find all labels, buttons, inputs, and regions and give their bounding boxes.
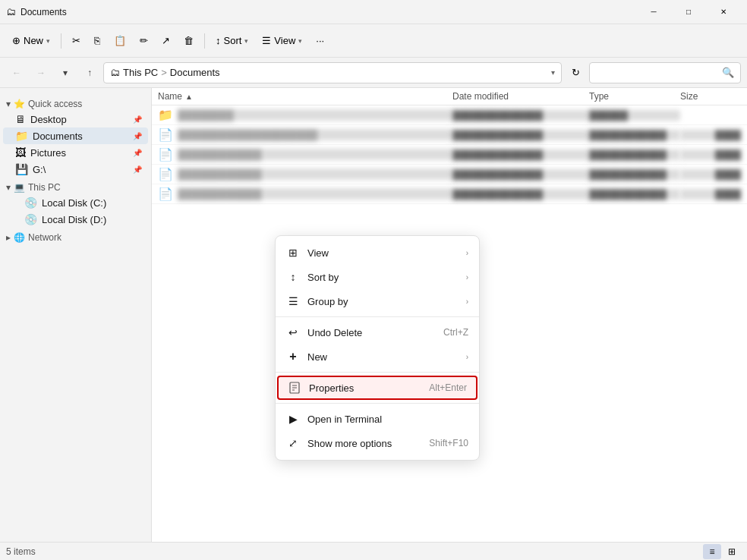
context-menu-item-new[interactable]: + New › bbox=[276, 344, 479, 369]
sidebar-item-local-d[interactable]: 💿 Local Disk (D:) bbox=[3, 211, 148, 228]
file-type-1: ██████ bbox=[589, 110, 680, 121]
paste-icon: 📋 bbox=[114, 35, 126, 46]
file-date-3: ██████████████ bbox=[452, 149, 589, 160]
column-name[interactable]: Name ▲ bbox=[158, 91, 452, 102]
sort-by-arrow: › bbox=[466, 273, 468, 282]
forward-button[interactable]: → bbox=[30, 62, 52, 83]
file-date-1: ██████████████ bbox=[452, 110, 589, 121]
rename-icon: ✏ bbox=[140, 35, 148, 46]
local-c-icon: 💿 bbox=[24, 197, 37, 209]
share-icon: ↗ bbox=[162, 35, 170, 46]
close-button[interactable]: ✕ bbox=[706, 0, 741, 24]
table-row[interactable]: 📁 ████████ ██████████████ ██████ bbox=[152, 105, 747, 125]
rename-button[interactable]: ✏ bbox=[134, 29, 154, 53]
context-menu-item-open-terminal[interactable]: ▶ Open in Terminal bbox=[276, 407, 479, 431]
toolbar-separator-2 bbox=[204, 33, 205, 49]
address-path-icon: 🗂 bbox=[110, 67, 120, 78]
properties-icon bbox=[288, 381, 301, 395]
paste-button[interactable]: 📋 bbox=[108, 29, 132, 53]
pictures-icon: 🖼 bbox=[15, 146, 26, 159]
sort-by-label: Sort by bbox=[307, 272, 459, 283]
sort-by-icon: ↕ bbox=[286, 270, 300, 284]
sidebar-item-pictures[interactable]: 🖼 Pictures 📌 bbox=[3, 144, 148, 161]
recent-button[interactable]: ▾ bbox=[55, 62, 76, 83]
sidebar-item-desktop[interactable]: 🖥 Desktop 📌 bbox=[3, 111, 148, 127]
status-bar: 5 items ≡ ⊞ bbox=[0, 542, 747, 560]
file-name-2: ████████████████████ bbox=[178, 129, 452, 140]
search-box[interactable]: 🔍 bbox=[589, 62, 741, 83]
desktop-icon: 🖥 bbox=[15, 113, 26, 125]
sidebar-item-label-desktop: Desktop bbox=[30, 114, 128, 125]
chevron-icon-2: ▾ bbox=[6, 182, 11, 193]
new-ctx-label: New bbox=[307, 351, 459, 363]
table-row[interactable]: 📄 ████████████████████ ██████████████ ██… bbox=[152, 125, 747, 145]
pin-icon-2: 📌 bbox=[133, 132, 142, 140]
delete-icon: 🗑 bbox=[184, 35, 194, 46]
group-by-arrow: › bbox=[466, 297, 468, 306]
table-row[interactable]: 📄 ████████████ ██████████████ ██████████… bbox=[152, 165, 747, 184]
local-d-icon: 💿 bbox=[24, 213, 37, 225]
view-ctx-icon: ⊞ bbox=[286, 246, 300, 260]
cut-icon: ✂ bbox=[72, 35, 80, 46]
sidebar-item-label-pictures: Pictures bbox=[30, 147, 128, 159]
copy-icon: ⎘ bbox=[94, 35, 100, 46]
file-date-5: ██████████████ bbox=[452, 189, 589, 200]
column-size[interactable]: Size bbox=[680, 91, 741, 102]
this-pc-header[interactable]: ▾ 💻 This PC bbox=[0, 178, 151, 194]
sidebar-item-label-documents: Documents bbox=[33, 131, 128, 142]
column-type[interactable]: Type bbox=[589, 91, 680, 102]
share-button[interactable]: ↗ bbox=[156, 29, 176, 53]
context-menu-item-show-more[interactable]: ⤢ Show more options Shift+F10 bbox=[276, 431, 479, 455]
chevron-icon-3: ▸ bbox=[6, 232, 11, 243]
more-button[interactable]: ··· bbox=[310, 29, 330, 53]
minimize-button[interactable]: ─ bbox=[636, 0, 671, 24]
terminal-icon: ▶ bbox=[286, 412, 300, 426]
address-path: This PC > Documents bbox=[123, 67, 220, 78]
toolbar-separator-1 bbox=[61, 33, 61, 49]
context-menu-item-undo-delete[interactable]: ↩ Undo Delete Ctrl+Z bbox=[276, 320, 479, 344]
show-more-label: Show more options bbox=[307, 438, 421, 449]
title-bar-controls: ─ □ ✕ bbox=[636, 0, 741, 24]
refresh-icon: ↻ bbox=[572, 67, 580, 78]
copy-button[interactable]: ⎘ bbox=[88, 29, 106, 53]
file-name-5: ████████████ bbox=[178, 188, 452, 200]
list-view-button[interactable]: ≡ bbox=[703, 544, 721, 559]
grid-view-button[interactable]: ⊞ bbox=[723, 544, 741, 559]
show-more-shortcut: Shift+F10 bbox=[429, 438, 468, 448]
file-name-3: ████████████ bbox=[178, 149, 452, 160]
column-date[interactable]: Date modified bbox=[452, 91, 589, 102]
context-menu-item-properties[interactable]: Properties Alt+Enter bbox=[277, 376, 478, 400]
context-menu-item-sort-by[interactable]: ↕ Sort by › bbox=[276, 265, 479, 289]
chevron-icon: ▾ bbox=[6, 99, 11, 109]
pin-icon: 📌 bbox=[133, 115, 142, 124]
sidebar-item-gdrive[interactable]: 💾 G:\ 📌 bbox=[3, 161, 148, 178]
file-type-3: ████████████ bbox=[589, 149, 680, 160]
back-button[interactable]: ← bbox=[6, 62, 27, 83]
file-icon-3: 📄 bbox=[158, 147, 173, 162]
quick-access-header[interactable]: ▾ ⭐ Quick access bbox=[0, 94, 151, 111]
context-menu-item-group-by[interactable]: ☰ Group by › bbox=[276, 289, 479, 313]
table-row[interactable]: 📄 ████████████ ██████████████ ██████████… bbox=[152, 145, 747, 165]
new-button[interactable]: ⊕ New ▾ bbox=[6, 29, 56, 53]
network-header[interactable]: ▸ 🌐 Network bbox=[0, 228, 151, 244]
file-type-5: ████████████ bbox=[589, 189, 680, 200]
up-button[interactable]: ↑ bbox=[79, 62, 100, 83]
refresh-button[interactable]: ↻ bbox=[565, 62, 586, 83]
path-documents: Documents bbox=[170, 67, 220, 78]
address-input[interactable]: 🗂 This PC > Documents ▾ bbox=[103, 62, 562, 83]
file-icon-4: 📄 bbox=[158, 167, 173, 181]
sidebar-item-local-c[interactable]: 💿 Local Disk (C:) bbox=[3, 194, 148, 211]
view-icon: ☰ bbox=[262, 35, 271, 46]
file-icon-2: 📄 bbox=[158, 127, 173, 142]
context-menu-item-view[interactable]: ⊞ View › bbox=[276, 241, 479, 265]
sort-button[interactable]: ↕ Sort ▾ bbox=[210, 29, 254, 53]
delete-button[interactable]: 🗑 bbox=[178, 29, 200, 53]
maximize-button[interactable]: □ bbox=[671, 0, 706, 24]
view-button[interactable]: ☰ View ▾ bbox=[256, 29, 308, 53]
sidebar-item-documents[interactable]: 📁 Documents 📌 bbox=[3, 127, 148, 144]
ctx-separator-1 bbox=[276, 316, 479, 317]
view-ctx-label: View bbox=[307, 247, 459, 259]
cut-button[interactable]: ✂ bbox=[66, 29, 87, 53]
table-row[interactable]: 📄 ████████████ ██████████████ ██████████… bbox=[152, 184, 747, 204]
this-pc-label: This PC bbox=[28, 182, 61, 193]
